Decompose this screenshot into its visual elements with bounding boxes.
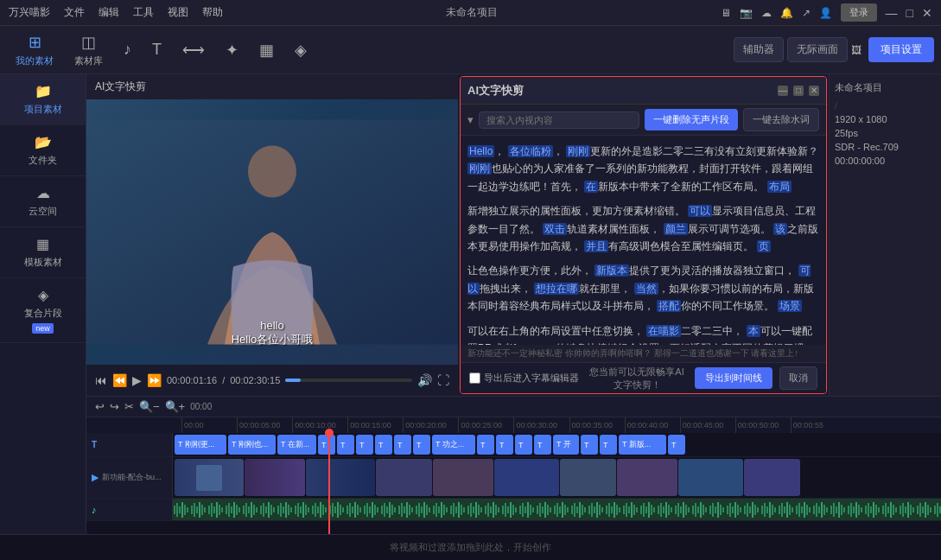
text-clip-18[interactable]: T 新版...	[619, 435, 666, 455]
fullscreen-player-icon[interactable]: ⛶	[437, 373, 449, 387]
text-clip-2[interactable]: T 刚刚也...	[228, 435, 276, 455]
camera-icon[interactable]: 📷	[740, 7, 753, 19]
menu-help[interactable]: 帮助	[202, 5, 223, 20]
text-clip-15[interactable]: T 开	[553, 435, 579, 455]
highlight-miaoing[interactable]: 在喵影	[646, 325, 681, 337]
text-clip-4[interactable]: T	[318, 435, 335, 455]
export-timeline-button[interactable]: 导出到时间线	[695, 367, 773, 389]
zoom-out-button[interactable]: 🔍−	[139, 400, 160, 413]
toolbar-filter[interactable]: ▦	[251, 37, 283, 63]
text-clip-1[interactable]: T 刚刚更...	[175, 435, 226, 455]
export-checkbox[interactable]	[469, 372, 480, 384]
sidebar-template[interactable]: ▦ 模板素材	[0, 227, 86, 278]
toolbar-my-assets[interactable]: ⊞ 我的素材	[7, 29, 62, 71]
toolbar-music[interactable]: ♪	[115, 37, 140, 62]
video-clip-4[interactable]	[376, 459, 432, 496]
highlight-hello[interactable]: Hello	[467, 145, 494, 157]
minimize-icon[interactable]: —	[886, 6, 898, 20]
ai-assistant-button[interactable]: 辅助器	[734, 37, 784, 62]
video-clip-7[interactable]	[560, 459, 616, 496]
video-clip-3[interactable]	[306, 459, 375, 496]
step-back-button[interactable]: ⏪	[112, 373, 127, 387]
highlight-heart[interactable]: 刚刚	[467, 162, 492, 175]
text-clip-12[interactable]: T	[496, 435, 513, 455]
ai-content[interactable]: Hello， 各位临粉， 刚刚更新的外是造影二零二三有没有立刻更新体验新？ 刚刚…	[461, 136, 826, 345]
export-button[interactable]: 项目设置	[868, 37, 934, 62]
video-clip-1[interactable]	[175, 459, 244, 496]
toolbar-sticker[interactable]: ◈	[286, 37, 315, 63]
menu-view[interactable]: 视图	[168, 5, 188, 20]
text-clip-19[interactable]: T	[668, 435, 685, 455]
remove-filler-words-button[interactable]: 一键去除水词	[743, 108, 819, 131]
sidebar-project-assets[interactable]: 📁 项目素材	[0, 74, 86, 125]
text-clip-6[interactable]: T	[356, 435, 373, 455]
menu-edit[interactable]: 编辑	[99, 5, 119, 20]
zoom-in-button[interactable]: 🔍+	[165, 400, 186, 413]
highlight-layout[interactable]: 布局	[767, 181, 792, 193]
video-clip-2[interactable]	[245, 459, 305, 496]
menu-app[interactable]: 万兴喵影	[9, 5, 50, 20]
cloud-icon[interactable]: ☁	[761, 7, 772, 19]
text-track-content[interactable]: T 刚刚更... T 刚刚也... T 在新... T T T T T T T …	[173, 433, 941, 456]
text-clip-14[interactable]: T	[534, 435, 551, 455]
highlight-where[interactable]: 想拉在哪	[534, 283, 579, 295]
ai-search-input[interactable]	[479, 111, 639, 129]
text-clip-13[interactable]: T	[515, 435, 532, 455]
prev-frame-button[interactable]: ⏮	[95, 373, 107, 387]
undo-button[interactable]: ↩	[95, 400, 105, 413]
toolbar-transition[interactable]: ⟷	[174, 37, 213, 63]
bell-icon[interactable]: 🔔	[780, 7, 793, 19]
monitor-icon[interactable]: 🖥	[721, 7, 731, 19]
sidebar-composite[interactable]: ◈ 复合片段 new	[0, 278, 86, 343]
cut-button[interactable]: ✂	[124, 400, 134, 413]
video-clip-6[interactable]	[494, 459, 559, 496]
highlight-also[interactable]: 并且	[584, 240, 608, 252]
highlight-onekey[interactable]: 本	[747, 325, 760, 337]
cancel-button[interactable]: 取消	[779, 366, 817, 390]
delete-mute-segments-button[interactable]: 一键删除无声片段	[645, 109, 738, 130]
audio-track-content[interactable]	[173, 499, 941, 520]
video-clip-10[interactable]	[744, 459, 800, 496]
text-clip-3[interactable]: T 在新...	[277, 435, 316, 455]
progress-bar[interactable]	[285, 379, 412, 382]
export-checkbox-label[interactable]: 导出后进入字幕编辑器	[469, 372, 579, 385]
maximize-icon[interactable]: □	[906, 6, 913, 20]
video-clip-8[interactable]	[617, 459, 677, 496]
ai-dropdown-icon[interactable]: ▾	[467, 113, 474, 126]
text-clip-7[interactable]: T	[375, 435, 392, 455]
highlight-match[interactable]: 搭配	[657, 300, 681, 312]
menu-tools[interactable]: 工具	[133, 5, 154, 20]
highlight-update[interactable]: 刚刚	[566, 145, 590, 157]
text-clip-10[interactable]: T 功之...	[432, 435, 475, 455]
play-button[interactable]: ▶	[132, 373, 142, 387]
ai-maximize-button[interactable]: □	[793, 86, 804, 96]
text-clip-5[interactable]: T	[337, 435, 354, 455]
highlight-scene[interactable]: 场景	[778, 300, 802, 312]
sidebar-file-folder[interactable]: 📂 文件夹	[0, 125, 86, 176]
highlight-show[interactable]: 可以	[688, 205, 712, 217]
close-icon[interactable]: ✕	[922, 6, 932, 20]
ai-minimize-button[interactable]: —	[778, 86, 788, 96]
video-clip-5[interactable]	[433, 459, 493, 496]
user-icon[interactable]: 👤	[819, 7, 832, 19]
highlight-color[interactable]: 颜兰	[664, 223, 688, 235]
highlight-fans[interactable]: 各位临粉	[508, 145, 553, 157]
share-icon[interactable]: ↗	[802, 7, 811, 19]
toolbar-assets[interactable]: ◫ 素材库	[66, 29, 111, 71]
video-track-content[interactable]	[173, 457, 941, 498]
highlight-prev[interactable]: 该	[773, 223, 787, 235]
ai-close-button[interactable]: ✕	[809, 86, 819, 96]
text-clip-11[interactable]: T	[477, 435, 494, 455]
fullscreen-button[interactable]: 无际画面	[787, 37, 848, 62]
text-clip-17[interactable]: T	[600, 435, 617, 455]
redo-button[interactable]: ↪	[110, 400, 119, 413]
step-forward-button[interactable]: ⏩	[147, 373, 162, 387]
highlight-edit[interactable]: 页	[757, 240, 771, 252]
toolbar-text[interactable]: T	[143, 37, 170, 62]
sidebar-cloud[interactable]: ☁ 云空间	[0, 176, 86, 227]
text-clip-9[interactable]: T	[413, 435, 430, 455]
highlight-of-course[interactable]: 当然	[634, 283, 658, 295]
text-clip-16[interactable]: T	[581, 435, 598, 455]
menu-file[interactable]: 文件	[64, 5, 85, 20]
video-clip-9[interactable]	[678, 459, 743, 496]
